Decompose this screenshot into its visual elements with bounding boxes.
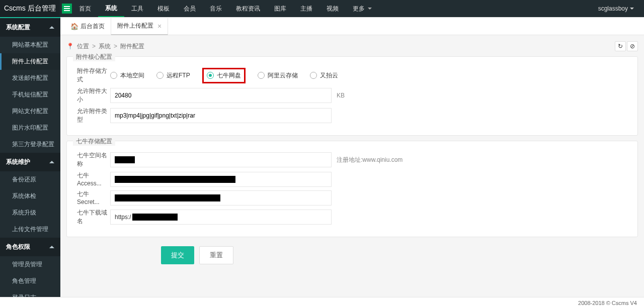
sidebar-header-0[interactable]: 系统配置: [0, 18, 60, 37]
topnav-item-2[interactable]: 工具: [124, 0, 150, 17]
sidebar-item-0-0[interactable]: 网站基本配置: [0, 37, 60, 53]
breadcrumb-sep: >: [92, 43, 96, 50]
qiniu-space-hint: 注册地址:www.qiniu.com: [337, 156, 403, 164]
qiniu-domain-input[interactable]: https:/: [110, 210, 332, 225]
chevron-up-icon: [49, 26, 54, 29]
tab-1[interactable]: 附件上传配置×: [111, 18, 168, 35]
topnav-item-10[interactable]: 更多: [346, 0, 379, 17]
highlight-box: 七牛网盘: [202, 68, 246, 83]
submit-button[interactable]: 提交: [161, 246, 194, 264]
topnav-item-6[interactable]: 教程资讯: [229, 0, 267, 17]
qiniu-secret-input[interactable]: [110, 190, 332, 206]
chevron-down-icon: [630, 8, 634, 10]
home-icon: 🏠: [70, 23, 78, 30]
sidebar-item-0-2[interactable]: 发送邮件配置: [0, 70, 60, 86]
sidebar-item-0-3[interactable]: 手机短信配置: [0, 86, 60, 103]
size-label: 允许附件大小: [75, 87, 110, 104]
close-icon[interactable]: ×: [157, 22, 162, 30]
sidebar-header-2[interactable]: 角色权限: [0, 238, 60, 256]
sidebar-item-1-0[interactable]: 备份还原: [0, 171, 60, 188]
topbar: Cscms 后台管理 首页系统工具模板会员音乐教程资讯图库主播视频更多 scgl…: [0, 0, 644, 17]
stop-button[interactable]: ⊘: [627, 41, 638, 51]
chevron-down-icon: [368, 8, 372, 10]
topnav-item-3[interactable]: 模板: [150, 0, 177, 17]
refresh-icon: ↻: [618, 43, 623, 50]
qiniu-legend: 七牛存储配置: [73, 137, 115, 146]
sidebar-item-0-4[interactable]: 网站支付配置: [0, 103, 60, 120]
topnav-item-8[interactable]: 主播: [293, 0, 319, 17]
qiniu-space-label: 七牛空间名称: [75, 151, 110, 168]
storage-label: 附件存储方式: [75, 67, 110, 84]
breadcrumb-prefix: 位置: [77, 42, 89, 51]
top-nav: 首页系统工具模板会员音乐教程资讯图库主播视频更多: [72, 0, 588, 17]
user-menu[interactable]: scglassboy: [588, 0, 644, 17]
radio-label: 阿里云存储: [268, 71, 298, 80]
storage-radio-3[interactable]: 阿里云存储: [258, 71, 298, 80]
menu-toggle[interactable]: [62, 4, 72, 14]
content-area: 🏠后台首页附件上传配置× 📍位置 > 系统 > 附件配置 ↻ ⊘ 附件核心配置: [60, 18, 644, 297]
sidebar-item-1-3[interactable]: 上传文件管理: [0, 221, 60, 238]
tab-label: 附件上传配置: [117, 22, 153, 30]
radio-label: 又拍云: [320, 71, 338, 80]
footer: 2008-2018 © Cscms V4: [0, 297, 644, 307]
qiniu-secret-label: 七牛Secret...: [75, 190, 110, 206]
tab-label: 后台首页: [80, 22, 105, 31]
qiniu-access-input[interactable]: [110, 172, 332, 187]
sidebar: 系统配置网站基本配置附件上传配置发送邮件配置手机短信配置网站支付配置图片水印配置…: [0, 18, 60, 297]
tab-0[interactable]: 🏠后台首页: [64, 18, 111, 35]
breadcrumb: 📍位置 > 系统 > 附件配置: [66, 42, 144, 51]
sidebar-item-0-1[interactable]: 附件上传配置: [0, 53, 60, 70]
sidebar-header-label: 角色权限: [6, 243, 30, 251]
topnav-item-4[interactable]: 会员: [177, 0, 203, 17]
core-legend: 附件核心配置: [73, 53, 115, 61]
radio-label: 本地空间: [120, 71, 144, 80]
redacted-icon: [115, 176, 235, 183]
core-fieldset: 附件核心配置 附件存储方式 本地空间远程FTP七牛网盘阿里云存储又拍云 允许附件…: [66, 56, 638, 136]
breadcrumb-system: 系统: [99, 42, 111, 51]
sidebar-header-1[interactable]: 系统维护: [0, 153, 60, 171]
radio-icon: [207, 72, 214, 79]
redacted-icon: [132, 214, 178, 221]
tab-bar: 🏠后台首页附件上传配置×: [60, 18, 644, 35]
size-input[interactable]: [110, 88, 332, 103]
sidebar-header-label: 系统配置: [6, 23, 30, 32]
sidebar-item-0-5[interactable]: 图片水印配置: [0, 120, 60, 136]
size-unit: KB: [337, 92, 345, 99]
type-input[interactable]: [110, 108, 332, 123]
qiniu-space-input[interactable]: [110, 152, 332, 167]
topnav-item-5[interactable]: 音乐: [203, 0, 229, 17]
storage-radio-0[interactable]: 本地空间: [110, 71, 144, 80]
sidebar-item-2-1[interactable]: 角色管理: [0, 273, 60, 289]
radio-label: 七牛网盘: [217, 71, 241, 80]
refresh-button[interactable]: ↻: [615, 41, 626, 51]
domain-prefix: https:/: [115, 214, 131, 221]
topnav-item-0[interactable]: 首页: [72, 0, 98, 17]
topnav-item-7[interactable]: 图库: [267, 0, 293, 17]
redacted-icon: [115, 156, 135, 163]
radio-icon: [310, 72, 317, 79]
brand-title: Cscms 后台管理: [0, 0, 60, 17]
topnav-item-9[interactable]: 视频: [319, 0, 346, 17]
sidebar-item-2-2[interactable]: 登录日志: [0, 289, 60, 297]
qiniu-fieldset: 七牛存储配置 七牛空间名称 注册地址:www.qiniu.com 七牛Acces…: [66, 141, 638, 237]
stop-icon: ⊘: [630, 43, 635, 50]
storage-radio-2[interactable]: 七牛网盘: [207, 71, 241, 80]
sidebar-item-1-1[interactable]: 系统体检: [0, 188, 60, 204]
reset-button[interactable]: 重置: [199, 246, 233, 264]
sidebar-header-label: 系统维护: [6, 158, 30, 166]
type-label: 允许附件类型: [75, 107, 110, 124]
storage-radio-1[interactable]: 远程FTP: [156, 71, 190, 80]
radio-icon: [156, 72, 164, 79]
topnav-item-1[interactable]: 系统: [98, 0, 124, 17]
breadcrumb-sep: >: [114, 43, 117, 50]
chevron-up-icon: [49, 161, 54, 163]
sidebar-item-1-2[interactable]: 系统升级: [0, 204, 60, 221]
breadcrumb-current: 附件配置: [120, 42, 144, 51]
sidebar-item-2-0[interactable]: 管理员管理: [0, 256, 60, 273]
qiniu-domain-label: 七牛下载域名: [75, 209, 110, 226]
location-icon: 📍: [66, 43, 74, 50]
storage-radio-group: 本地空间远程FTP七牛网盘阿里云存储又拍云: [110, 68, 338, 83]
sidebar-item-0-6[interactable]: 第三方登录配置: [0, 136, 60, 153]
storage-radio-4[interactable]: 又拍云: [310, 71, 338, 80]
qiniu-access-label: 七牛Access...: [75, 171, 110, 187]
